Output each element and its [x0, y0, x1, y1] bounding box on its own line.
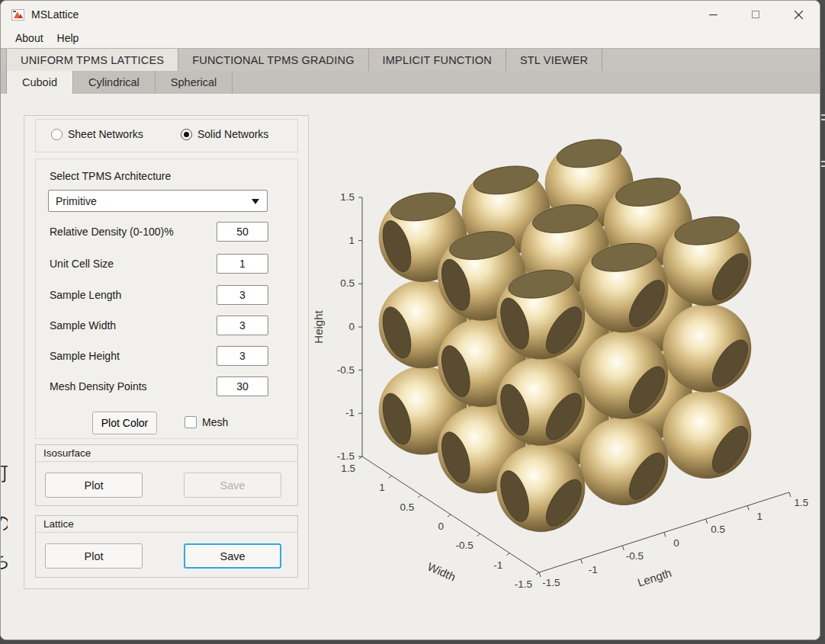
menu-help[interactable]: Help	[50, 30, 86, 46]
architecture-dropdown-value: Primitive	[56, 195, 97, 207]
sample-width-input[interactable]	[217, 316, 268, 335]
length-tick-label: 0	[673, 537, 679, 549]
isosurface-group-title: Isosurface	[36, 445, 297, 462]
background-artifact	[821, 161, 825, 167]
tick-mark	[389, 476, 392, 478]
z-tick-label: 1.5	[340, 191, 355, 203]
tick-mark	[622, 546, 624, 550]
background-artifact	[821, 114, 825, 120]
length-tick-label: -1.5	[542, 577, 560, 588]
maximize-icon	[752, 11, 759, 18]
tick-mark	[539, 572, 541, 577]
width-tick-label: -0.5	[455, 540, 473, 551]
plot-xlabel: Length	[636, 566, 673, 589]
tab-functional-tpms-grading[interactable]: FUNCTIONAL TPMS GRADING	[178, 49, 368, 71]
sample-length-label: Sample Length	[50, 289, 121, 301]
radio-checked-icon	[181, 129, 192, 140]
radio-sheet-networks[interactable]: Sheet Networks	[51, 128, 143, 140]
plot-color-button[interactable]: Plot Color	[92, 412, 157, 434]
tab-uniform-tpms-lattices[interactable]: UNIFORM TPMS LATTICES	[6, 49, 178, 71]
z-tick-label: -1.5	[337, 450, 355, 462]
width-tick-label: 0	[438, 521, 444, 532]
tab-spherical[interactable]: Spherical	[156, 71, 233, 94]
window-controls	[692, 1, 820, 28]
z-tick-label: -1	[345, 407, 355, 418]
lattice-group: Lattice Plot Save	[35, 515, 298, 578]
width-tick-label: 1.5	[341, 463, 355, 474]
relative-density-input[interactable]	[217, 222, 268, 242]
window-title: MSLattice	[31, 8, 79, 21]
z-tick-label: 0	[348, 321, 355, 332]
radio-solid-networks[interactable]: Solid Networks	[181, 128, 268, 140]
mesh-density-points-input[interactable]	[217, 376, 268, 396]
parameters-group: Select TPMS Architecture Primitive Relat…	[35, 159, 298, 439]
z-tick-label: -0.5	[337, 364, 355, 376]
close-button[interactable]	[777, 1, 820, 28]
minimize-icon	[709, 11, 717, 19]
screen: { "window": { "title": "MSLattice", "men…	[0, 0, 825, 644]
sample-height-label: Sample Height	[50, 350, 120, 362]
lattice-3d-render	[377, 136, 755, 532]
mesh-checkbox-row[interactable]: Mesh	[185, 416, 228, 428]
tick-mark	[536, 572, 539, 575]
tick-mark	[506, 553, 509, 556]
isosurface-plot-button[interactable]: Plot	[45, 473, 143, 498]
isosurface-group: Isosurface Plot Save	[35, 444, 298, 506]
lattice-3d-plot[interactable]: -1.5-1-0.500.511.5-1.5-1-0.500.511.5-1.5…	[309, 107, 820, 612]
main-tab-strip: UNIFORM TPMS LATTICES FUNCTIONAL TPMS GR…	[1, 48, 820, 71]
width-tick-label: -1	[493, 559, 502, 571]
tab-cuboid[interactable]: Cuboid	[6, 71, 73, 94]
lattice-save-button[interactable]: Save	[184, 543, 281, 569]
tick-mark	[448, 514, 451, 517]
length-tick-label: -0.5	[626, 550, 644, 562]
content-area: Sheet Networks Solid Networks Select TPM…	[1, 94, 820, 639]
sample-width-label: Sample Width	[50, 319, 116, 332]
width-tick-label: -1.5	[515, 578, 532, 590]
unit-cell-size-label: Unit Cell Size	[50, 258, 114, 270]
width-tick-label: 0.5	[400, 501, 415, 513]
relative-density-label: Relative Density (0-100)%	[50, 226, 174, 238]
title-bar[interactable]: MSLattice	[1, 1, 820, 28]
tab-stl-viewer[interactable]: STL VIEWER	[506, 49, 602, 71]
tick-mark	[789, 492, 791, 497]
sample-height-input[interactable]	[217, 346, 268, 366]
maximize-button[interactable]	[734, 1, 777, 28]
tick-mark	[477, 533, 480, 536]
app-window: MSLattice About Help UNIFORM TPMS LATTIC…	[0, 0, 820, 640]
minimize-button[interactable]	[692, 1, 734, 28]
unit-cell-size-input[interactable]	[217, 254, 268, 274]
lattice-group-title: Lattice	[36, 516, 297, 533]
matlab-app-icon	[11, 9, 24, 21]
radio-sheet-networks-label: Sheet Networks	[68, 128, 143, 140]
menu-about[interactable]: About	[8, 30, 50, 46]
architecture-dropdown[interactable]: Primitive	[48, 190, 268, 212]
plot-canvas[interactable]: -1.5-1-0.500.511.5-1.5-1-0.500.511.5-1.5…	[309, 107, 820, 612]
width-tick-label: 1	[379, 482, 385, 493]
z-tick-label: 1	[348, 235, 355, 246]
tab-implicit-function[interactable]: IMPLICIT FUNCTION	[369, 49, 506, 71]
close-icon	[795, 11, 803, 19]
z-tick-label: 0.5	[340, 277, 355, 289]
length-tick-label: 1	[757, 511, 763, 522]
tick-mark	[581, 559, 583, 564]
plot-ylabel: Width	[425, 559, 457, 583]
menu-bar: About Help	[1, 28, 820, 48]
tick-mark	[418, 495, 421, 498]
tick-mark	[664, 533, 666, 537]
network-type-group: Sheet Networks Solid Networks	[35, 119, 298, 152]
sample-length-input[interactable]	[217, 285, 268, 305]
control-panel: Sheet Networks Solid Networks Select TPM…	[24, 115, 309, 589]
mesh-density-points-label: Mesh Density Points	[50, 380, 147, 392]
length-tick-label: 0.5	[711, 524, 725, 535]
lattice-plot-button[interactable]: Plot	[45, 543, 143, 569]
radio-unchecked-icon	[51, 129, 63, 140]
isosurface-save-button: Save	[184, 473, 281, 498]
checkbox-unchecked-icon[interactable]	[185, 416, 197, 428]
tick-mark	[706, 519, 708, 524]
length-tick-label: 1.5	[795, 497, 809, 508]
mesh-checkbox-label: Mesh	[202, 416, 228, 428]
plot-zlabel: Height	[312, 309, 325, 343]
tab-cylindrical[interactable]: Cylindrical	[73, 71, 156, 94]
sub-tab-strip: Cuboid Cylindrical Spherical	[1, 71, 820, 94]
dropdown-arrow-icon	[252, 199, 259, 204]
